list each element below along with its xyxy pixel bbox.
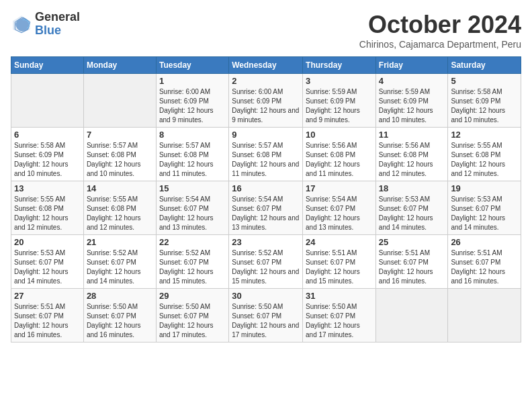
day-number: 26 bbox=[451, 237, 518, 247]
day-info: Sunrise: 5:58 AM Sunset: 6:09 PM Dayligh… bbox=[14, 141, 81, 179]
calendar-day-cell: 11Sunrise: 5:56 AM Sunset: 6:08 PM Dayli… bbox=[375, 128, 448, 181]
day-of-week-header: Monday bbox=[83, 57, 156, 74]
calendar-day-cell: 10Sunrise: 5:56 AM Sunset: 6:08 PM Dayli… bbox=[303, 128, 376, 181]
calendar-day-cell: 3Sunrise: 5:59 AM Sunset: 6:09 PM Daylig… bbox=[303, 74, 376, 128]
day-info: Sunrise: 5:58 AM Sunset: 6:09 PM Dayligh… bbox=[451, 87, 518, 125]
calendar-day-cell: 24Sunrise: 5:51 AM Sunset: 6:07 PM Dayli… bbox=[303, 235, 376, 289]
day-number: 24 bbox=[306, 237, 373, 247]
calendar-day-cell: 17Sunrise: 5:54 AM Sunset: 6:07 PM Dayli… bbox=[303, 181, 376, 235]
day-number: 14 bbox=[87, 183, 153, 193]
day-number: 20 bbox=[14, 237, 81, 247]
day-info: Sunrise: 5:53 AM Sunset: 6:07 PM Dayligh… bbox=[451, 195, 518, 232]
day-number: 1 bbox=[159, 76, 226, 86]
calendar-day-cell: 14Sunrise: 5:55 AM Sunset: 6:08 PM Dayli… bbox=[83, 181, 156, 235]
day-number: 16 bbox=[232, 183, 300, 193]
calendar-day-cell: 22Sunrise: 5:52 AM Sunset: 6:07 PM Dayli… bbox=[156, 235, 228, 289]
day-info: Sunrise: 5:59 AM Sunset: 6:09 PM Dayligh… bbox=[379, 87, 445, 125]
calendar-week-row: 1Sunrise: 6:00 AM Sunset: 6:09 PM Daylig… bbox=[11, 74, 521, 128]
day-info: Sunrise: 5:50 AM Sunset: 6:07 PM Dayligh… bbox=[159, 302, 226, 340]
calendar-day-cell: 8Sunrise: 5:57 AM Sunset: 6:08 PM Daylig… bbox=[156, 128, 228, 181]
day-info: Sunrise: 5:57 AM Sunset: 6:08 PM Dayligh… bbox=[159, 141, 226, 179]
calendar-day-cell: 16Sunrise: 5:54 AM Sunset: 6:07 PM Dayli… bbox=[229, 181, 303, 235]
day-number: 17 bbox=[306, 183, 373, 193]
day-number: 29 bbox=[159, 291, 226, 301]
day-number: 27 bbox=[14, 291, 81, 301]
day-info: Sunrise: 5:57 AM Sunset: 6:08 PM Dayligh… bbox=[232, 141, 300, 179]
day-info: Sunrise: 5:51 AM Sunset: 6:07 PM Dayligh… bbox=[451, 248, 518, 286]
calendar-header: SundayMondayTuesdayWednesdayThursdayFrid… bbox=[11, 57, 521, 74]
day-info: Sunrise: 5:54 AM Sunset: 6:07 PM Dayligh… bbox=[232, 195, 300, 232]
logo: General Blue bbox=[11, 11, 80, 38]
logo-text: General Blue bbox=[35, 11, 80, 38]
day-number: 5 bbox=[451, 76, 518, 86]
day-number: 7 bbox=[87, 130, 153, 140]
day-number: 30 bbox=[232, 291, 300, 301]
calendar-week-row: 27Sunrise: 5:51 AM Sunset: 6:07 PM Dayli… bbox=[11, 289, 521, 342]
day-number: 2 bbox=[232, 76, 300, 86]
day-info: Sunrise: 5:51 AM Sunset: 6:07 PM Dayligh… bbox=[379, 248, 445, 286]
day-info: Sunrise: 5:52 AM Sunset: 6:07 PM Dayligh… bbox=[87, 248, 153, 286]
day-of-week-header: Wednesday bbox=[229, 57, 303, 74]
calendar-day-cell: 26Sunrise: 5:51 AM Sunset: 6:07 PM Dayli… bbox=[448, 235, 521, 289]
calendar-day-cell: 7Sunrise: 5:57 AM Sunset: 6:08 PM Daylig… bbox=[83, 128, 156, 181]
calendar-day-cell: 15Sunrise: 5:54 AM Sunset: 6:07 PM Dayli… bbox=[156, 181, 228, 235]
calendar-table: SundayMondayTuesdayWednesdayThursdayFrid… bbox=[11, 56, 521, 342]
day-info: Sunrise: 5:57 AM Sunset: 6:08 PM Dayligh… bbox=[87, 141, 153, 179]
day-info: Sunrise: 5:50 AM Sunset: 6:07 PM Dayligh… bbox=[306, 302, 373, 340]
day-info: Sunrise: 6:00 AM Sunset: 6:09 PM Dayligh… bbox=[159, 87, 226, 125]
day-info: Sunrise: 5:52 AM Sunset: 6:07 PM Dayligh… bbox=[159, 248, 226, 286]
calendar-day-cell: 27Sunrise: 5:51 AM Sunset: 6:07 PM Dayli… bbox=[11, 289, 84, 342]
calendar-day-cell: 4Sunrise: 5:59 AM Sunset: 6:09 PM Daylig… bbox=[375, 74, 448, 128]
day-number: 11 bbox=[379, 130, 445, 140]
calendar-day-cell: 1Sunrise: 6:00 AM Sunset: 6:09 PM Daylig… bbox=[156, 74, 228, 128]
day-number: 19 bbox=[451, 183, 518, 193]
day-number: 6 bbox=[14, 130, 81, 140]
day-info: Sunrise: 5:50 AM Sunset: 6:07 PM Dayligh… bbox=[87, 302, 153, 340]
calendar-body: 1Sunrise: 6:00 AM Sunset: 6:09 PM Daylig… bbox=[11, 74, 521, 342]
logo-icon bbox=[11, 13, 32, 35]
calendar-day-cell: 13Sunrise: 5:55 AM Sunset: 6:08 PM Dayli… bbox=[11, 181, 84, 235]
day-info: Sunrise: 5:59 AM Sunset: 6:09 PM Dayligh… bbox=[306, 87, 373, 125]
day-number: 3 bbox=[306, 76, 373, 86]
calendar-day-cell: 5Sunrise: 5:58 AM Sunset: 6:09 PM Daylig… bbox=[448, 74, 521, 128]
day-number: 31 bbox=[306, 291, 373, 301]
day-number: 15 bbox=[159, 183, 226, 193]
month-title: October 2024 bbox=[359, 11, 521, 39]
calendar-day-cell bbox=[448, 289, 521, 342]
calendar-day-cell: 2Sunrise: 6:00 AM Sunset: 6:09 PM Daylig… bbox=[229, 74, 303, 128]
day-number: 13 bbox=[14, 183, 81, 193]
location-subtitle: Chirinos, Cajamarca Department, Peru bbox=[359, 39, 521, 50]
calendar-day-cell: 25Sunrise: 5:51 AM Sunset: 6:07 PM Dayli… bbox=[375, 235, 448, 289]
day-number: 8 bbox=[159, 130, 226, 140]
calendar-day-cell bbox=[83, 74, 156, 128]
calendar-day-cell: 23Sunrise: 5:52 AM Sunset: 6:07 PM Dayli… bbox=[229, 235, 303, 289]
title-area: October 2024 Chirinos, Cajamarca Departm… bbox=[359, 11, 521, 50]
day-info: Sunrise: 6:00 AM Sunset: 6:09 PM Dayligh… bbox=[232, 87, 300, 125]
calendar-day-cell: 28Sunrise: 5:50 AM Sunset: 6:07 PM Dayli… bbox=[83, 289, 156, 342]
day-info: Sunrise: 5:51 AM Sunset: 6:07 PM Dayligh… bbox=[306, 248, 373, 286]
day-number: 22 bbox=[159, 237, 226, 247]
day-info: Sunrise: 5:51 AM Sunset: 6:07 PM Dayligh… bbox=[14, 302, 81, 340]
day-number: 28 bbox=[87, 291, 153, 301]
calendar-day-cell: 6Sunrise: 5:58 AM Sunset: 6:09 PM Daylig… bbox=[11, 128, 84, 181]
day-number: 4 bbox=[379, 76, 445, 86]
calendar-day-cell: 29Sunrise: 5:50 AM Sunset: 6:07 PM Dayli… bbox=[156, 289, 228, 342]
day-number: 23 bbox=[232, 237, 300, 247]
logo-blue-text: Blue bbox=[35, 24, 80, 38]
calendar-day-cell bbox=[11, 74, 84, 128]
day-info: Sunrise: 5:54 AM Sunset: 6:07 PM Dayligh… bbox=[306, 195, 373, 232]
calendar-day-cell: 9Sunrise: 5:57 AM Sunset: 6:08 PM Daylig… bbox=[229, 128, 303, 181]
day-number: 21 bbox=[87, 237, 153, 247]
day-info: Sunrise: 5:55 AM Sunset: 6:08 PM Dayligh… bbox=[14, 195, 81, 232]
day-info: Sunrise: 5:56 AM Sunset: 6:08 PM Dayligh… bbox=[379, 141, 445, 179]
calendar-week-row: 20Sunrise: 5:53 AM Sunset: 6:07 PM Dayli… bbox=[11, 235, 521, 289]
calendar-day-cell: 30Sunrise: 5:50 AM Sunset: 6:07 PM Dayli… bbox=[229, 289, 303, 342]
day-info: Sunrise: 5:56 AM Sunset: 6:08 PM Dayligh… bbox=[306, 141, 373, 179]
calendar-week-row: 6Sunrise: 5:58 AM Sunset: 6:09 PM Daylig… bbox=[11, 128, 521, 181]
day-info: Sunrise: 5:53 AM Sunset: 6:07 PM Dayligh… bbox=[379, 195, 445, 232]
day-number: 9 bbox=[232, 130, 300, 140]
day-info: Sunrise: 5:53 AM Sunset: 6:07 PM Dayligh… bbox=[14, 248, 81, 286]
calendar-day-cell: 20Sunrise: 5:53 AM Sunset: 6:07 PM Dayli… bbox=[11, 235, 84, 289]
day-info: Sunrise: 5:52 AM Sunset: 6:07 PM Dayligh… bbox=[232, 248, 300, 286]
day-of-week-header: Friday bbox=[375, 57, 448, 74]
